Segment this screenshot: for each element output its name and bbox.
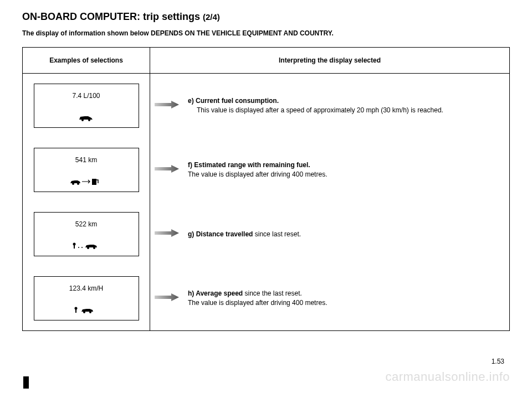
display-value: 522 km	[75, 220, 97, 228]
watermark: carmanualsonline.info	[385, 370, 510, 384]
item-text: This value is displayed after a speed of…	[188, 106, 505, 115]
arrow-icon	[150, 138, 184, 202]
table-header-row: Examples of selections Interpreting the …	[23, 48, 510, 74]
svg-point-0	[81, 119, 84, 121]
pin-car-icon	[34, 305, 139, 314]
car-pump-icon	[34, 177, 139, 186]
item-text: since last reset.	[253, 230, 301, 238]
svg-point-2	[72, 183, 74, 185]
svg-point-13	[83, 311, 85, 313]
table-row: 7.4 L/100 e) Current fuel consumption. T…	[23, 74, 510, 138]
item-bold: Estimated range with remaining fuel.	[192, 161, 310, 169]
item-text2: The value is displayed after driving 400…	[188, 299, 327, 307]
table-row: 522 km g) Distance travelled since last …	[23, 202, 510, 266]
svg-point-11	[74, 307, 77, 310]
display-cell: 123.4 km/H	[23, 266, 150, 331]
item-letter: g)	[188, 230, 194, 238]
svg-rect-6	[74, 245, 75, 249]
svg-rect-4	[92, 179, 96, 185]
arrow-icon	[150, 202, 184, 266]
item-text: since the last reset.	[243, 289, 302, 297]
arrow-icon	[150, 266, 184, 331]
svg-point-14	[89, 311, 91, 313]
display-value: 541 km	[75, 156, 97, 164]
item-bold: Distance travelled	[196, 230, 253, 238]
item-letter: h)	[188, 289, 194, 297]
item-letter: f)	[188, 161, 192, 169]
car-icon	[34, 113, 139, 122]
svg-point-9	[87, 247, 89, 249]
display-value: 7.4 L/100	[72, 92, 100, 100]
display-box-distance: 522 km	[34, 212, 139, 256]
page-title: ON-BOARD COMPUTER: trip settings (2/4)	[22, 11, 510, 23]
header-examples: Examples of selections	[23, 48, 150, 74]
display-cell: 7.4 L/100	[23, 74, 150, 138]
header-interpreting: Interpreting the display selected	[150, 48, 510, 74]
item-letter: e)	[188, 97, 194, 105]
display-cell: 541 km	[23, 138, 150, 202]
display-box-consumption: 7.4 L/100	[34, 84, 139, 128]
page-marker-icon	[23, 376, 29, 389]
title-main: ON-BOARD COMPUTER: trip settings	[22, 11, 200, 22]
arrow-icon	[150, 74, 184, 138]
subtitle: The display of information shown below D…	[22, 29, 510, 37]
description-cell: g) Distance travelled since last reset.	[183, 202, 510, 266]
svg-point-8	[81, 247, 83, 248]
settings-table: Examples of selections Interpreting the …	[22, 47, 510, 331]
description-cell: f) Estimated range with remaining fuel. …	[183, 138, 510, 202]
item-bold: Current fuel consumption.	[196, 97, 279, 105]
item-text: The value is displayed after driving 400…	[188, 170, 327, 178]
table-row: 541 km f) Estimated range with remaining…	[23, 138, 510, 202]
svg-point-10	[93, 247, 95, 249]
display-box-range: 541 km	[34, 148, 139, 192]
svg-point-7	[78, 247, 79, 248]
description-cell: e) Current fuel consumption. This value …	[183, 74, 510, 138]
svg-point-5	[73, 243, 75, 246]
svg-point-1	[88, 119, 90, 121]
display-value: 123.4 km/H	[69, 285, 103, 292]
pin-car-icon	[34, 241, 139, 250]
item-bold: Average speed	[196, 289, 243, 297]
table-row: 123.4 km/H h) Average speed since the la…	[23, 266, 510, 331]
svg-point-3	[77, 183, 79, 185]
description-cell: h) Average speed since the last reset. T…	[183, 266, 510, 331]
svg-rect-12	[75, 309, 76, 313]
display-cell: 522 km	[23, 202, 150, 266]
page-number: 1.53	[492, 358, 504, 365]
display-box-avgspeed: 123.4 km/H	[34, 276, 139, 320]
title-part: (2/4)	[203, 12, 220, 22]
